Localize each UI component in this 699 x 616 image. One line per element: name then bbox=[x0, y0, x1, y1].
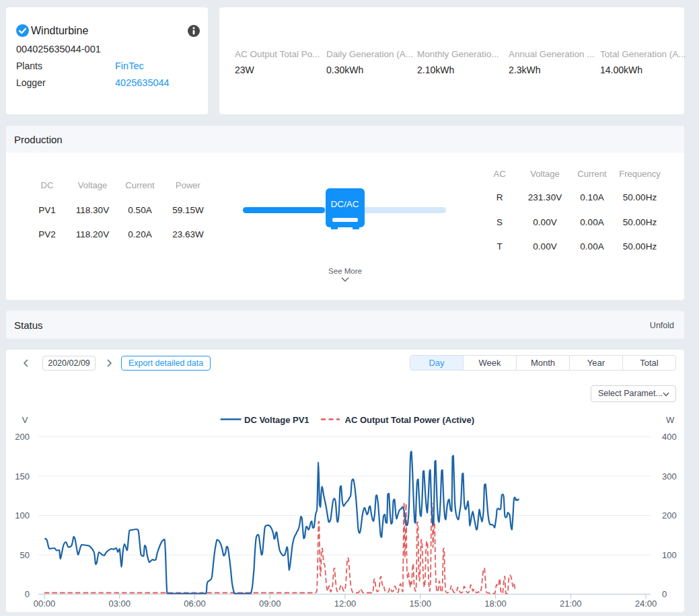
svg-text:100: 100 bbox=[662, 550, 677, 560]
svg-text:15:00: 15:00 bbox=[409, 599, 431, 609]
svg-text:150: 150 bbox=[15, 471, 30, 482]
svg-text:200: 200 bbox=[15, 432, 30, 442]
svg-text:DC Voltage PV1: DC Voltage PV1 bbox=[244, 415, 309, 425]
svg-text:300: 300 bbox=[662, 471, 677, 482]
svg-text:21:00: 21:00 bbox=[560, 599, 582, 609]
svg-text:03:00: 03:00 bbox=[108, 599, 131, 609]
svg-text:18:00: 18:00 bbox=[484, 599, 507, 609]
svg-text:09:00: 09:00 bbox=[259, 599, 281, 609]
svg-text:W: W bbox=[666, 415, 675, 425]
svg-text:V: V bbox=[22, 415, 28, 425]
svg-text:200: 200 bbox=[662, 510, 677, 521]
svg-text:06:00: 06:00 bbox=[184, 599, 206, 609]
svg-text:12:00: 12:00 bbox=[334, 599, 357, 609]
svg-text:0: 0 bbox=[25, 589, 30, 599]
svg-text:24:00: 24:00 bbox=[635, 599, 657, 609]
svg-text:0: 0 bbox=[662, 589, 667, 599]
svg-text:100: 100 bbox=[15, 510, 30, 521]
svg-text:00:00: 00:00 bbox=[34, 599, 56, 609]
svg-text:50: 50 bbox=[20, 550, 30, 560]
svg-text:400: 400 bbox=[662, 432, 677, 442]
svg-text:AC Output Total Power (Active): AC Output Total Power (Active) bbox=[345, 415, 475, 425]
